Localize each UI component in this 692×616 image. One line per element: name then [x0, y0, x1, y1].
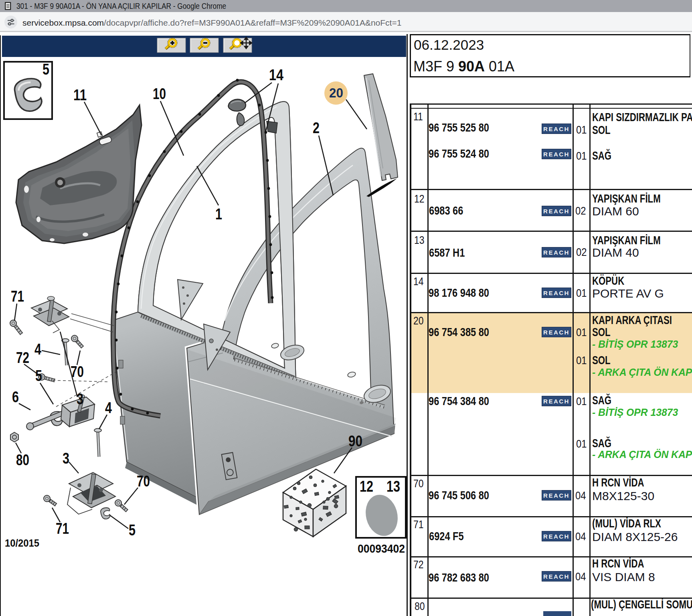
svg-text:4: 4	[34, 341, 41, 358]
svg-text:5: 5	[129, 522, 136, 539]
svg-text:4: 4	[105, 399, 112, 416]
svg-text:90: 90	[348, 433, 362, 450]
svg-text:72: 72	[16, 349, 29, 366]
svg-text:70: 70	[137, 473, 150, 490]
svg-text:3: 3	[63, 450, 69, 467]
svg-text:14: 14	[269, 67, 283, 83]
svg-text:6: 6	[12, 389, 19, 405]
svg-text:11: 11	[73, 87, 87, 103]
svg-text:71: 71	[56, 520, 69, 537]
svg-text:10: 10	[153, 85, 166, 102]
svg-text:80: 80	[16, 452, 29, 468]
svg-text:00093402: 00093402	[358, 542, 405, 555]
svg-text:71: 71	[11, 288, 24, 305]
svg-text:70: 70	[71, 363, 84, 380]
svg-text:10/2015: 10/2015	[5, 537, 39, 549]
svg-text:12: 12	[360, 478, 373, 495]
svg-text:13: 13	[386, 478, 400, 495]
svg-text:5: 5	[35, 367, 42, 384]
svg-text:1: 1	[215, 206, 222, 223]
svg-text:5: 5	[42, 61, 49, 78]
svg-text:20: 20	[329, 85, 343, 100]
svg-text:3: 3	[77, 391, 83, 407]
svg-text:2: 2	[313, 120, 320, 136]
